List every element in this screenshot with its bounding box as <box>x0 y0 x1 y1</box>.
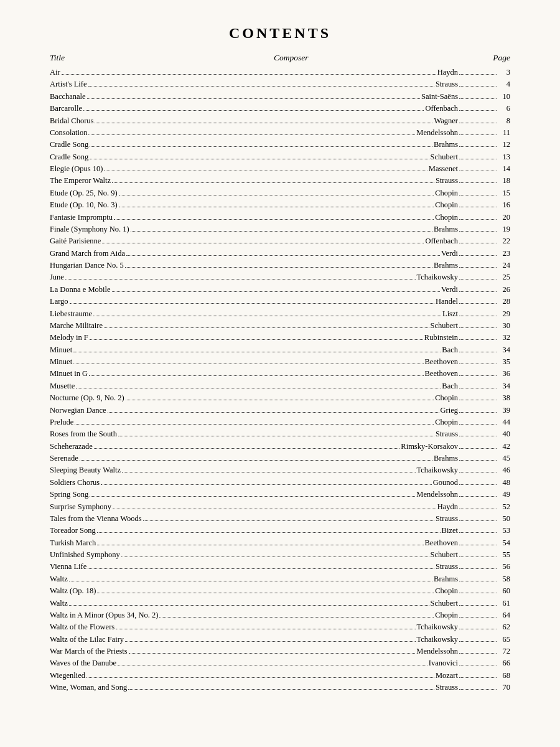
toc-title: Unfinished Symphony <box>50 549 120 561</box>
toc-dots-2 <box>459 665 497 665</box>
toc-title: Elegie (Opus 10) <box>50 163 103 175</box>
header-page: Page <box>479 53 510 63</box>
toc-title: Turkish March <box>50 537 96 549</box>
toc-dots-2 <box>459 460 497 461</box>
toc-title: The Emperor Waltz <box>50 175 111 187</box>
table-row: La Donna e MobileVerdi26 <box>50 284 510 296</box>
table-row: Turkish MarchBeethoven54 <box>50 537 510 549</box>
toc-dots-1 <box>94 448 400 449</box>
table-row: BarcarolleOffenbach6 <box>50 103 510 115</box>
toc-title: Melody in F <box>50 332 88 344</box>
toc-title: Toreador Song <box>50 525 96 537</box>
toc-title: Tales from the Vienna Woods <box>50 513 142 525</box>
toc-dots-2 <box>459 146 497 147</box>
toc-page: 19 <box>498 223 510 235</box>
toc-dots-1 <box>131 231 432 232</box>
toc-dots-2 <box>459 279 497 280</box>
table-row: War March of the PriestsMendelssohn72 <box>50 646 510 657</box>
toc-composer: Strauss <box>436 78 458 90</box>
toc-title: Prelude <box>50 416 73 428</box>
table-row: SerenadeBrahms45 <box>50 453 510 464</box>
toc-dots-1 <box>90 146 432 147</box>
toc-dots-2 <box>459 545 497 545</box>
toc-dots-2 <box>459 375 497 376</box>
toc-dots-1 <box>118 436 434 436</box>
table-row: Etude (Op. 10, No. 3)Chopin16 <box>50 199 510 211</box>
toc-composer: Chopin <box>435 187 458 199</box>
toc-page: 29 <box>498 308 510 320</box>
toc-composer: Chopin <box>435 199 458 211</box>
toc-title: Bridal Chorus <box>50 115 93 127</box>
toc-title: Wine, Woman, and Song <box>50 682 127 693</box>
toc-page: 18 <box>498 175 510 187</box>
toc-composer: Tchaikowsky <box>417 621 458 633</box>
toc-composer: Ivanovici <box>429 657 458 669</box>
toc-composer: Verdi <box>441 284 458 296</box>
toc-title: Minuet <box>50 356 72 368</box>
toc-page: 13 <box>498 151 510 163</box>
toc-dots-2 <box>459 110 497 111</box>
table-row: Cradle SongBrahms12 <box>50 139 510 151</box>
toc-title: Etude (Op. 10, No. 3) <box>50 199 118 211</box>
toc-composer: Mozart <box>436 670 458 682</box>
toc-dots-1 <box>113 509 436 509</box>
toc-page: 24 <box>498 260 510 271</box>
toc-composer: Handel <box>436 296 458 308</box>
toc-title: Roses from the South <box>50 428 117 440</box>
table-row: ConsolationMendelssohn11 <box>50 127 510 139</box>
page: CONTENTS Title Composer Page AirHaydn3Ar… <box>0 0 560 747</box>
toc-title: Finale (Symphony No. 1) <box>50 223 129 235</box>
toc-dots-2 <box>459 219 497 220</box>
toc-dots-2 <box>459 689 497 690</box>
toc-dots-1 <box>88 134 415 135</box>
table-row: Norwegian DanceGrieg39 <box>50 405 510 416</box>
contents-table: AirHaydn3Artist's LifeStrauss4Bacchanale… <box>50 67 510 694</box>
toc-composer: Liszt <box>442 308 458 320</box>
toc-page: 56 <box>498 561 510 573</box>
toc-page: 4 <box>498 78 510 90</box>
toc-dots-2 <box>459 243 497 243</box>
toc-page: 66 <box>498 657 510 669</box>
toc-composer: Strauss <box>436 561 458 573</box>
toc-dots-1 <box>97 532 441 533</box>
toc-dots-1 <box>119 195 434 195</box>
toc-page: 38 <box>498 392 510 404</box>
table-row: BacchanaleSaint-Saëns10 <box>50 91 510 103</box>
toc-dots-2 <box>459 509 497 509</box>
table-row: Waltz in A Minor (Opus 34, No. 2)Chopin6… <box>50 609 510 621</box>
toc-page: 60 <box>498 585 510 597</box>
toc-page: 65 <box>498 634 510 646</box>
toc-page: 52 <box>498 501 510 513</box>
toc-title: Vienna Life <box>50 561 86 573</box>
toc-title: Consolation <box>50 127 87 139</box>
toc-page: 30 <box>498 320 510 332</box>
toc-page: 48 <box>498 477 510 489</box>
toc-title: Musette <box>50 380 75 392</box>
toc-dots-1 <box>69 581 432 581</box>
toc-dots-1 <box>89 375 423 376</box>
toc-composer: Chopin <box>435 585 458 597</box>
toc-dots-1 <box>87 98 420 99</box>
toc-title: Largo <box>50 296 68 308</box>
toc-dots-2 <box>459 207 497 207</box>
toc-page: 12 <box>498 139 510 151</box>
toc-dots-2 <box>459 641 497 642</box>
table-row: Hungarian Dance No. 5Brahms24 <box>50 260 510 271</box>
toc-page: 72 <box>498 646 510 657</box>
toc-title: Waltz <box>50 573 68 585</box>
toc-title: Etude (Op. 25, No. 9) <box>50 187 118 199</box>
toc-dots-1 <box>128 689 434 690</box>
toc-dots-2 <box>459 303 497 304</box>
table-row: Finale (Symphony No. 1)Brahms19 <box>50 223 510 235</box>
table-row: Minuet in GBeethoven36 <box>50 368 510 380</box>
table-row: Sleeping Beauty WaltzTchaikowsky46 <box>50 464 510 476</box>
toc-composer: Saint-Saëns <box>421 91 458 103</box>
toc-page: 26 <box>498 284 510 296</box>
toc-composer: Offenbach <box>425 235 458 247</box>
toc-title: Surprise Symphony <box>50 501 111 513</box>
toc-dots-2 <box>459 400 497 400</box>
table-row: Roses from the SouthStrauss40 <box>50 428 510 440</box>
toc-page: 34 <box>498 344 510 356</box>
toc-composer: Haydn <box>437 501 458 513</box>
toc-page: 32 <box>498 332 510 344</box>
